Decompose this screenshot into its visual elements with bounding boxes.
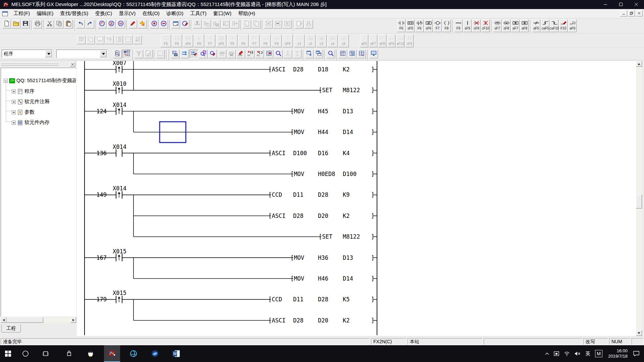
word-icon[interactable]: W [168, 345, 184, 362]
vertical-line-button[interactable]: sF9 [463, 19, 472, 32]
print-button[interactable] [33, 20, 42, 28]
color-marker-button[interactable] [138, 20, 147, 28]
internet-explorer-icon[interactable] [125, 345, 142, 362]
monitor-read-button[interactable] [199, 50, 208, 58]
tree-item-device-memory[interactable]: 软元件内存 [12, 119, 50, 126]
rising-pulse-contact-button[interactable]: sF7 [493, 19, 501, 32]
tab-project[interactable]: 工程 [1, 324, 21, 333]
open-contact-button[interactable]: F5 [397, 19, 406, 32]
scroll-down-button[interactable] [636, 330, 642, 336]
entry-data-monitor-button[interactable] [265, 50, 273, 58]
speaker-muted-icon[interactable] [575, 351, 581, 356]
pulse-result-rise-button[interactable]: caF5 [541, 19, 549, 32]
menu-view[interactable]: 显示(V) [115, 9, 139, 18]
delete-vertical-line-button[interactable]: cF10 [481, 19, 490, 32]
notification-center-icon[interactable] [633, 351, 639, 356]
device-test-ld-button[interactable] [171, 50, 179, 58]
falling-pulse-contact-button[interactable]: sF8 [502, 19, 511, 32]
task-view-button[interactable] [38, 345, 54, 362]
expand-icon[interactable] [12, 89, 16, 94]
menu-window[interactable]: 窗口(W) [210, 9, 235, 18]
comment-grid-button[interactable] [338, 50, 347, 58]
cut-button[interactable] [45, 20, 54, 28]
find-replace-button[interactable] [107, 20, 116, 28]
project-data-list-button[interactable] [122, 50, 131, 58]
start-button[interactable] [0, 345, 16, 362]
parallel-rising-pulse-button[interactable]: aF7 [511, 19, 520, 32]
clock[interactable]: 16:00 2019/7/18 [608, 348, 628, 359]
save-project-button[interactable] [21, 20, 30, 28]
panel-grip[interactable] [1, 63, 58, 64]
child-close-button[interactable] [636, 10, 643, 16]
parallel-open-contact-button[interactable]: sF5 [406, 19, 415, 32]
tree-horizontal-scrollbar[interactable] [1, 317, 76, 323]
menu-diagnostics[interactable]: 诊断(D) [163, 9, 187, 18]
panel-grip[interactable] [1, 65, 58, 66]
ladder-editor[interactable]: X007[ASCID28D18K2]X010[SETM8122]X014124[… [77, 61, 636, 336]
gx-developer-task-icon[interactable] [104, 345, 120, 362]
scrollbar-thumb[interactable] [6, 317, 43, 323]
menu-edit[interactable]: 编辑(E) [33, 9, 57, 18]
edit-target-select[interactable] [56, 50, 107, 58]
scroll-up-button[interactable] [636, 61, 642, 67]
scroll-right-button[interactable] [70, 317, 76, 323]
device-comment-edit-button[interactable] [369, 50, 378, 58]
language-indicator[interactable]: 英 [585, 351, 590, 357]
expand-icon[interactable] [12, 110, 16, 114]
menu-project[interactable]: 工程(F) [10, 9, 33, 18]
child-minimize-button[interactable] [620, 10, 627, 16]
monitor-condition-button[interactable] [274, 50, 283, 58]
undo-button[interactable] [76, 20, 85, 28]
cascade-windows-button[interactable] [314, 50, 323, 58]
closed-contact-button[interactable]: F6 [415, 19, 424, 32]
parallel-closed-contact-button[interactable]: sF6 [424, 19, 433, 32]
ime-indicator[interactable]: M [595, 350, 602, 357]
delete-line-button[interactable]: aF9 [568, 19, 577, 32]
device-batch-monitor-button[interactable] [246, 50, 255, 58]
window-check-button[interactable] [181, 20, 190, 28]
tablet-icon[interactable] [554, 351, 559, 356]
tile-windows-button[interactable] [305, 50, 314, 58]
statement-grid-button[interactable] [348, 50, 357, 58]
horizontal-line-button[interactable]: F9 [454, 19, 463, 32]
program-select[interactable]: 程序 [2, 50, 53, 58]
paste-button[interactable] [64, 20, 73, 28]
menu-convert[interactable]: 变换(C) [92, 9, 115, 18]
tree-close-button[interactable] [70, 62, 75, 67]
dropdown-arrow-icon[interactable] [45, 50, 52, 57]
maximize-button[interactable] [613, 0, 629, 9]
coil-button[interactable]: F7 [433, 19, 442, 32]
project-tree[interactable]: QQ: 552171145制作变频器通讯程序软元件注释参数软元件内存 [1, 68, 76, 316]
ladder-diagram[interactable]: X007[ASCID28D18K2]X010[SETM8122]X014124[… [77, 61, 636, 336]
monitor-write-button[interactable] [208, 50, 217, 58]
dropdown-arrow-icon[interactable] [100, 50, 107, 57]
menu-online[interactable]: 在线(O) [139, 9, 163, 18]
delete-horizontal-line-button[interactable]: cF9 [472, 19, 481, 32]
network-icon[interactable] [564, 351, 570, 356]
search-button[interactable] [17, 345, 34, 362]
tree-item-device-comment[interactable]: 软元件注释 [12, 99, 50, 105]
tree-item-project-root[interactable]: QQ: 552171145制作变频器通讯 [4, 77, 76, 84]
parallel-falling-pulse-button[interactable]: aF8 [520, 19, 529, 32]
expand-icon[interactable] [12, 121, 16, 125]
pulse-result-fall-button[interactable]: caF10 [550, 19, 558, 32]
note-grid-button[interactable] [357, 50, 366, 58]
menu-tools[interactable]: 工具(T) [187, 9, 210, 18]
application-instruction-button[interactable]: F8 [442, 19, 451, 32]
redo-button[interactable] [86, 20, 94, 28]
zoom-display-button[interactable] [326, 50, 335, 58]
hidden-icons-chevron[interactable] [545, 352, 549, 355]
ladder-vertical-scrollbar[interactable] [636, 61, 642, 336]
new-project-button[interactable] [2, 20, 11, 28]
minimize-button[interactable] [598, 0, 613, 9]
child-restore-button[interactable] [628, 10, 635, 16]
app-icon-blue[interactable] [147, 345, 163, 362]
zoom-out-button[interactable] [159, 20, 168, 28]
zoom-in-button[interactable] [150, 20, 159, 28]
expand-icon[interactable] [12, 100, 16, 104]
scrollbar-thumb[interactable] [636, 194, 642, 208]
open-project-button[interactable] [12, 20, 20, 28]
tree-panel-header[interactable] [1, 62, 76, 67]
new-window-button[interactable] [171, 20, 180, 28]
comment-display-button[interactable] [113, 50, 122, 58]
